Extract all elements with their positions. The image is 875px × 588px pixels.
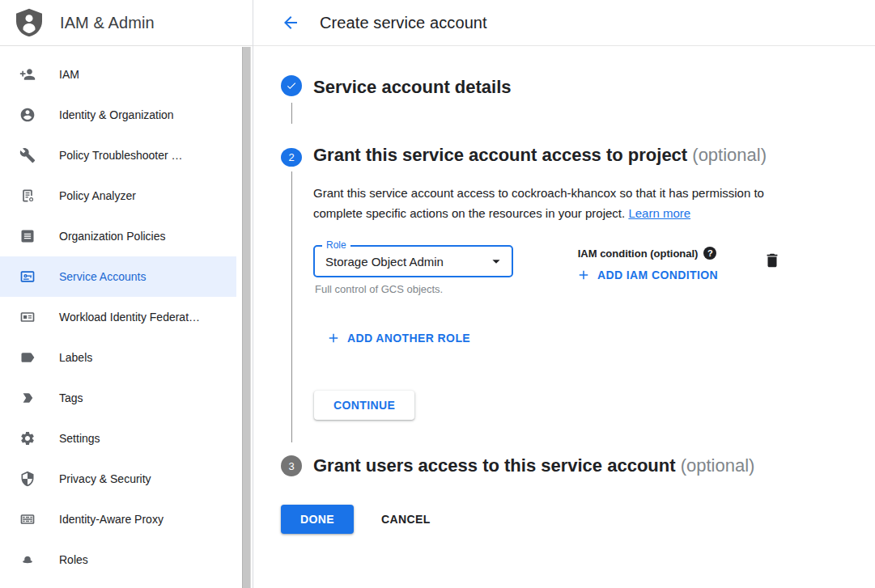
sidebar-item-label: Policy Analyzer <box>59 189 136 202</box>
role-select-label: Role <box>322 239 350 251</box>
iam-condition-section: IAM condition (optional) ? ADD IAM CONDI… <box>570 245 724 287</box>
form-actions: DONE CANCEL <box>281 505 875 534</box>
account-circle-icon <box>19 107 36 123</box>
sidebar-item-policy-analyzer[interactable]: Policy Analyzer <box>0 176 236 216</box>
step-3-title: Grant users access to this service accou… <box>313 452 875 479</box>
step-3-optional: (optional) <box>681 455 755 476</box>
badge-icon <box>19 309 36 325</box>
chevron-down-icon <box>487 252 505 270</box>
iam-condition-label: IAM condition (optional) <box>578 247 699 260</box>
shield-icon <box>19 471 36 487</box>
sidebar-item-identity-aware-proxy[interactable]: Identity-Aware Proxy <box>0 499 236 539</box>
step-1-title: Service account details <box>313 74 875 130</box>
wrench-icon <box>19 147 36 163</box>
sidebar-item-label: Tags <box>59 391 83 404</box>
sidebar-item-label: Labels <box>59 351 92 364</box>
proxy-icon <box>19 511 36 527</box>
gear-icon <box>19 430 36 446</box>
step-connector <box>291 171 292 442</box>
sidebar-item-identity-organization[interactable]: Identity & Organization <box>0 95 236 135</box>
product-title: IAM & Admin <box>60 14 155 32</box>
sidebar-item-settings[interactable]: Settings <box>0 418 236 459</box>
main-panel: Create service account Service account d… <box>253 0 875 588</box>
sidebar-item-label: Service Accounts <box>59 270 146 283</box>
sidebar: IAM & Admin IAM Identity & Organization … <box>0 0 253 588</box>
step-1: Service account details <box>281 75 875 130</box>
add-another-role-button[interactable]: ADD ANOTHER ROLE <box>320 326 477 350</box>
iam-admin-logo-icon <box>16 8 42 37</box>
cancel-button[interactable]: CANCEL <box>368 505 444 534</box>
sidebar-item-label: Policy Troubleshooter … <box>59 149 183 162</box>
sidebar-header: IAM & Admin <box>0 0 253 46</box>
add-iam-condition-button[interactable]: ADD IAM CONDITION <box>570 263 724 287</box>
sidebar-nav: IAM Identity & Organization Policy Troub… <box>0 46 253 580</box>
role-select-value: Storage Object Admin <box>315 255 487 269</box>
sidebar-item-label: Privacy & Security <box>59 472 151 485</box>
plus-icon <box>326 331 341 345</box>
sidebar-item-label: Identity-Aware Proxy <box>59 513 164 526</box>
sidebar-item-tags[interactable]: Tags <box>0 378 236 418</box>
plus-icon <box>576 268 591 282</box>
sidebar-item-label: Identity & Organization <box>59 108 174 121</box>
sidebar-scrollbar-thumb[interactable] <box>242 47 251 588</box>
step-2-number: 2 <box>281 148 302 167</box>
step-2: 2 Grant this service account access to p… <box>281 142 875 442</box>
step-2-optional: (optional) <box>692 145 767 165</box>
sidebar-item-workload-identity-federation[interactable]: Workload Identity Federat… <box>0 297 236 337</box>
sidebar-item-label: Roles <box>59 553 88 566</box>
sidebar-item-label: Settings <box>59 432 100 445</box>
sidebar-item-roles[interactable]: Roles <box>0 539 236 580</box>
step-3: 3 Grant users access to this service acc… <box>281 455 875 479</box>
delete-role-icon[interactable] <box>763 252 781 269</box>
sidebar-item-label: IAM <box>59 68 79 81</box>
sidebar-item-organization-policies[interactable]: Organization Policies <box>0 216 236 256</box>
sidebar-item-service-accounts[interactable]: Service Accounts <box>0 256 236 297</box>
step-connector <box>291 103 292 124</box>
sidebar-item-privacy-security[interactable]: Privacy & Security <box>0 459 236 499</box>
step-3-number: 3 <box>281 455 302 476</box>
done-button[interactable]: DONE <box>281 505 354 534</box>
sidebar-item-policy-troubleshooter[interactable]: Policy Troubleshooter … <box>0 135 236 176</box>
learn-more-link[interactable]: Learn more <box>628 206 690 220</box>
policy-analyzer-icon <box>19 188 36 204</box>
step-1-complete-icon <box>281 75 302 96</box>
sidebar-item-label: Organization Policies <box>59 230 166 243</box>
person-add-icon <box>19 66 36 82</box>
document-icon <box>19 228 36 244</box>
main-header: Create service account <box>253 0 875 46</box>
sidebar-item-labels[interactable]: Labels <box>0 337 236 378</box>
step-2-description: Grant this service account access to coc… <box>313 183 792 223</box>
sidebar-item-iam[interactable]: IAM <box>0 54 236 95</box>
hat-icon <box>19 552 36 568</box>
tag-icon <box>19 390 36 406</box>
help-icon[interactable]: ? <box>703 247 716 260</box>
sidebar-scrollbar-track <box>241 47 252 588</box>
role-helper-text: Full control of GCS objects. <box>315 283 513 295</box>
sidebar-item-label: Workload Identity Federat… <box>59 311 200 324</box>
continue-button[interactable]: CONTINUE <box>314 391 414 420</box>
role-select[interactable]: Role Storage Object Admin <box>313 245 513 277</box>
step-2-title: Grant this service account access to pro… <box>313 142 799 168</box>
iam-admin-app: IAM & Admin IAM Identity & Organization … <box>0 0 875 588</box>
role-row: Role Storage Object Admin Full control o… <box>313 245 792 295</box>
label-icon <box>19 349 36 366</box>
back-arrow-icon[interactable] <box>281 13 300 32</box>
page-title: Create service account <box>320 14 487 32</box>
service-account-icon <box>19 269 36 285</box>
create-service-account-form: Service account details 2 Grant this ser… <box>253 46 875 534</box>
